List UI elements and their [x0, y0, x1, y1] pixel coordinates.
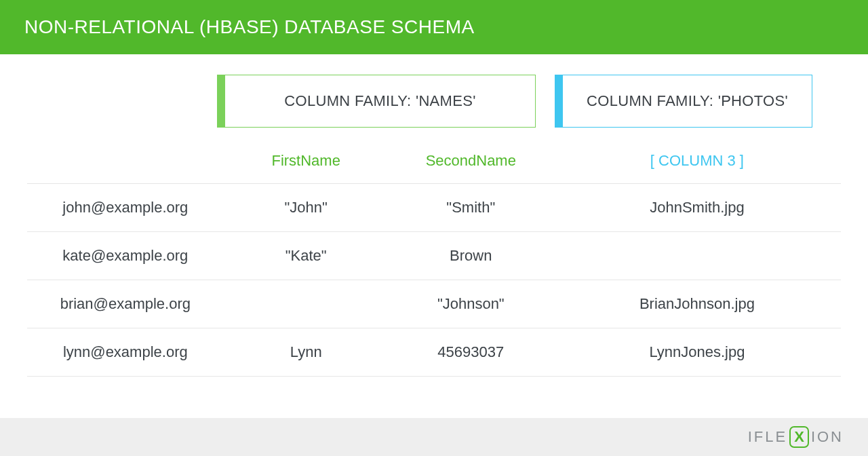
column-header-row: FirstName SecondName [ COLUMN 3 ]: [27, 140, 841, 184]
cell-photo: JohnSmith.jpg: [553, 184, 841, 232]
row-key: john@example.org: [27, 184, 224, 232]
iflexion-logo: IFLE X ION: [748, 426, 844, 448]
cell-secondname: "Johnson": [389, 280, 553, 328]
table-row: kate@example.org "Kate" Brown: [27, 232, 841, 280]
column-header-firstname: FirstName: [224, 140, 389, 184]
row-key: brian@example.org: [27, 280, 224, 328]
table-row: brian@example.org "Johnson" BrianJohnson…: [27, 280, 841, 328]
column-family-names: COLUMN FAMILY: 'NAMES': [217, 75, 536, 128]
row-key: lynn@example.org: [27, 328, 224, 377]
cell-photo: BrianJohnson.jpg: [553, 280, 841, 328]
schema-table: FirstName SecondName [ COLUMN 3 ] john@e…: [27, 140, 841, 377]
schema-content: COLUMN FAMILY: 'NAMES' COLUMN FAMILY: 'P…: [0, 54, 868, 377]
column-family-row: COLUMN FAMILY: 'NAMES' COLUMN FAMILY: 'P…: [27, 75, 841, 128]
page-title: NON-RELATIONAL (HBASE) DATABASE SCHEMA: [24, 16, 475, 37]
cell-secondname: 45693037: [389, 328, 553, 377]
column-header-photo: [ COLUMN 3 ]: [553, 140, 841, 184]
footer: IFLE X ION: [0, 418, 868, 456]
table-row: john@example.org "John" "Smith" JohnSmit…: [27, 184, 841, 232]
column-header-empty: [27, 140, 224, 184]
column-header-secondname: SecondName: [389, 140, 553, 184]
row-key: kate@example.org: [27, 232, 224, 280]
logo-text-left: IFLE: [748, 428, 787, 446]
cell-photo: LynnJones.jpg: [553, 328, 841, 377]
cell-photo: [553, 232, 841, 280]
cell-firstname: "Kate": [224, 232, 389, 280]
cell-secondname: "Smith": [389, 184, 553, 232]
cf-names-label: COLUMN FAMILY: 'NAMES': [284, 92, 475, 110]
table-row: lynn@example.org Lynn 45693037 LynnJones…: [27, 328, 841, 377]
cf-photos-label: COLUMN FAMILY: 'PHOTOS': [587, 92, 788, 110]
cell-firstname: "John": [224, 184, 389, 232]
cell-firstname: Lynn: [224, 328, 389, 377]
logo-text-right: ION: [811, 428, 844, 446]
cell-secondname: Brown: [389, 232, 553, 280]
cell-firstname: [224, 280, 389, 328]
column-family-photos: COLUMN FAMILY: 'PHOTOS': [555, 75, 812, 128]
page-header: NON-RELATIONAL (HBASE) DATABASE SCHEMA: [0, 0, 868, 54]
logo-x-icon: X: [789, 426, 809, 448]
cf-spacer: [27, 75, 217, 128]
